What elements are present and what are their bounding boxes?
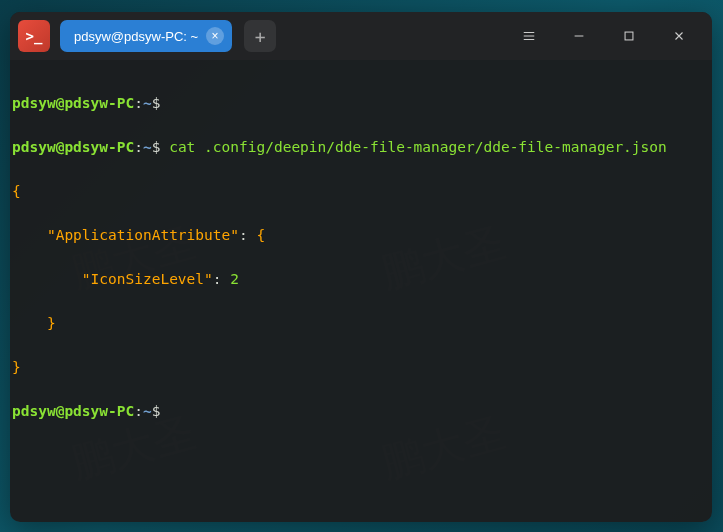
menu-button[interactable] — [504, 12, 554, 60]
close-icon — [672, 29, 686, 43]
output-line: } — [12, 312, 712, 334]
close-button[interactable] — [654, 12, 704, 60]
minimize-icon — [572, 29, 586, 43]
terminal-tab[interactable]: pdsyw@pdsyw-PC: ~ × — [60, 20, 232, 52]
new-tab-button[interactable]: + — [244, 20, 276, 52]
maximize-button[interactable] — [604, 12, 654, 60]
minimize-button[interactable] — [554, 12, 604, 60]
prompt-line: pdsyw@pdsyw-PC:~$ — [12, 400, 712, 422]
output-line: "ApplicationAttribute": { — [12, 224, 712, 246]
command-line: pdsyw@pdsyw-PC:~$ cat .config/deepin/dde… — [12, 136, 712, 158]
tab-title: pdsyw@pdsyw-PC: ~ — [74, 29, 198, 44]
output-line: } — [12, 356, 712, 378]
output-line: "IconSizeLevel": 2 — [12, 268, 712, 290]
svg-rect-0 — [625, 32, 633, 40]
window-controls — [504, 12, 704, 60]
terminal-window: >_ pdsyw@pdsyw-PC: ~ × + pdsyw@pdsyw-PC:… — [10, 12, 712, 522]
prompt-line: pdsyw@pdsyw-PC:~$ — [12, 92, 712, 114]
output-line: { — [12, 180, 712, 202]
tab-close-button[interactable]: × — [206, 27, 224, 45]
terminal-app-icon: >_ — [18, 20, 50, 52]
maximize-icon — [622, 29, 636, 43]
hamburger-icon — [522, 29, 536, 43]
terminal-body[interactable]: pdsyw@pdsyw-PC:~$ pdsyw@pdsyw-PC:~$ cat … — [10, 60, 712, 522]
titlebar: >_ pdsyw@pdsyw-PC: ~ × + — [10, 12, 712, 60]
